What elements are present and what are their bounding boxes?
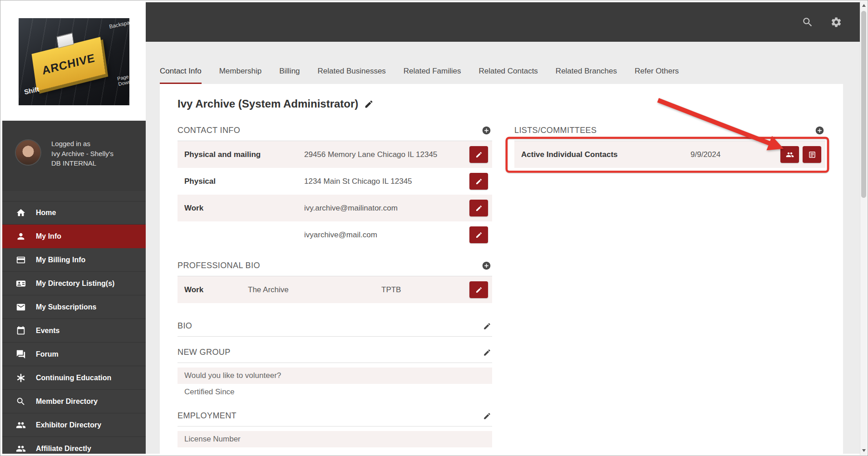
nav-label: My Info <box>36 232 61 240</box>
scrollbar[interactable] <box>860 1 867 455</box>
sidebar-item-exhibitor-directory[interactable]: Exhibitor Directory <box>2 413 146 437</box>
nav-label: Events <box>36 327 59 335</box>
row-value: ivy.archive@mailinator.com <box>304 204 398 213</box>
field-label: License Number <box>184 435 241 444</box>
tab-related-businesses[interactable]: Related Businesses <box>318 67 386 84</box>
row-value: The Archive <box>248 285 381 294</box>
logo[interactable]: Backspace ARCHIVE Shift Page Down <box>2 2 146 121</box>
comments-icon <box>16 349 26 359</box>
profile-card: Ivy Archive (System Administrator) CONTA… <box>160 84 843 454</box>
sidebar-nav: Home My Info My Billing Info My Director… <box>2 191 146 454</box>
bio-section-header: BIO <box>178 318 492 337</box>
scroll-down-icon[interactable] <box>862 449 866 452</box>
section-title: LISTS/COMMITTEES <box>514 126 597 135</box>
edit-bio-pencil-icon[interactable] <box>483 322 491 330</box>
content-area: Contact Info Membership Billing Related … <box>146 42 860 454</box>
add-professional-bio-icon[interactable] <box>482 261 491 270</box>
edit-address-button[interactable] <box>469 146 488 163</box>
row-label: Active Individual Contacts <box>521 150 690 159</box>
tab-billing[interactable]: Billing <box>279 67 300 84</box>
lists-committees-column: LISTS/COMMITTEES Active Individual Conta… <box>514 122 825 168</box>
edit-new-group-pencil-icon[interactable] <box>483 348 491 357</box>
section-title: EMPLOYMENT <box>178 411 237 421</box>
address-card-icon <box>16 279 26 289</box>
add-list-committee-icon[interactable] <box>815 126 824 135</box>
page-title: Ivy Archive (System Administrator) <box>178 98 358 110</box>
nav-label: Member Directory <box>36 397 98 406</box>
sidebar-item-affiliate-directly[interactable]: Affiliate Directly <box>2 437 146 454</box>
search-icon[interactable] <box>802 16 814 28</box>
drawer-icon <box>56 32 74 48</box>
logo-shift-key-text: Shift <box>24 85 40 96</box>
row-date: 9/9/2024 <box>690 150 720 159</box>
sidebar: Backspace ARCHIVE Shift Page Down Logged… <box>2 2 146 454</box>
sidebar-item-member-directory[interactable]: Member Directory <box>2 390 146 413</box>
edit-employment-pencil-icon[interactable] <box>483 412 491 420</box>
edit-title-pencil-icon[interactable] <box>364 99 374 109</box>
sidebar-item-home[interactable]: Home <box>2 201 146 225</box>
contact-row-physical: Physical 1234 Main St Chicago IL 12345 <box>178 168 492 195</box>
sidebar-item-continuing-education[interactable]: Continuing Education <box>2 366 146 390</box>
edit-professional-bio-button[interactable] <box>469 281 488 298</box>
user-name: Ivy Archive - Shelly's <box>51 149 113 159</box>
tab-related-branches[interactable]: Related Branches <box>556 67 617 84</box>
view-list-details-button[interactable] <box>803 146 821 163</box>
nav-label: My Directory Listing(s) <box>36 279 114 288</box>
user-icon <box>16 231 26 241</box>
credit-card-icon <box>16 255 26 265</box>
row-value: ivyarchive@mail.com <box>304 230 377 240</box>
contact-info-section-header: CONTACT INFO <box>178 122 492 141</box>
sidebar-item-my-directory-listings[interactable]: My Directory Listing(s) <box>2 272 146 295</box>
edit-address-button[interactable] <box>469 173 488 190</box>
tab-refer-others[interactable]: Refer Others <box>635 67 679 84</box>
field-label: Certified Since <box>184 387 235 397</box>
nav-label: Affiliate Directly <box>36 445 91 453</box>
tab-related-contacts[interactable]: Related Contacts <box>478 67 538 84</box>
nav-label: Exhibitor Directory <box>36 421 101 429</box>
section-title: CONTACT INFO <box>178 126 240 135</box>
users-icon <box>16 444 26 454</box>
employment-section-header: EMPLOYMENT <box>178 407 492 427</box>
edit-email-button[interactable] <box>469 226 488 243</box>
contact-info-column: CONTACT INFO Physical and mailing 29456 … <box>178 122 492 447</box>
sidebar-item-my-billing-info[interactable]: My Billing Info <box>2 248 146 272</box>
search-icon <box>16 397 26 407</box>
nav-label: Continuing Education <box>36 374 111 382</box>
envelope-icon <box>16 302 26 312</box>
add-contact-info-icon[interactable] <box>482 126 491 135</box>
calendar-icon <box>16 326 26 336</box>
home-icon <box>16 208 26 218</box>
logged-in-as-label: Logged in as <box>51 139 113 149</box>
scrollbar-thumb[interactable] <box>861 11 866 198</box>
sidebar-item-my-subscriptions[interactable]: My Subscriptions <box>2 295 146 319</box>
avatar[interactable] <box>16 140 40 165</box>
lists-committees-section-header: LISTS/COMMITTEES <box>514 122 825 141</box>
sidebar-item-my-info[interactable]: My Info <box>2 225 146 248</box>
new-group-section-header: NEW GROUP <box>178 344 492 363</box>
tab-contact-info[interactable]: Contact Info <box>160 67 202 84</box>
edit-email-button[interactable] <box>469 200 488 216</box>
section-title: PROFESSIONAL BIO <box>178 261 260 270</box>
scroll-up-icon[interactable] <box>862 4 866 7</box>
sidebar-item-events[interactable]: Events <box>2 319 146 343</box>
contact-row-work-email: Work ivy.archive@mailinator.com <box>178 195 492 221</box>
field-license-number: License Number <box>178 431 492 447</box>
row-value-secondary: TPTB <box>381 285 401 294</box>
sidebar-item-forum[interactable]: Forum <box>2 343 146 366</box>
logo-pagedown-key-text: Page Down <box>117 73 129 87</box>
nav-label: My Subscriptions <box>36 303 96 311</box>
gear-icon[interactable] <box>830 16 842 28</box>
archive-logo-image: Backspace ARCHIVE Shift Page Down <box>19 18 129 105</box>
user-info-panel: Logged in as Ivy Archive - Shelly's DB I… <box>2 121 146 191</box>
tab-related-families[interactable]: Related Families <box>404 67 461 84</box>
nav-label: Home <box>36 209 56 217</box>
tab-membership[interactable]: Membership <box>219 67 262 84</box>
row-label: Work <box>184 285 248 294</box>
field-label: Would you like to volunteer? <box>184 371 281 380</box>
row-value: 1234 Main St Chicago IL 12345 <box>304 177 412 186</box>
field-certified-since: Certified Since <box>178 384 492 400</box>
row-label: Physical <box>184 177 304 186</box>
view-members-button[interactable] <box>780 146 799 163</box>
user-db-label: DB INTERNAL <box>51 158 113 168</box>
row-label: Work <box>184 204 304 213</box>
